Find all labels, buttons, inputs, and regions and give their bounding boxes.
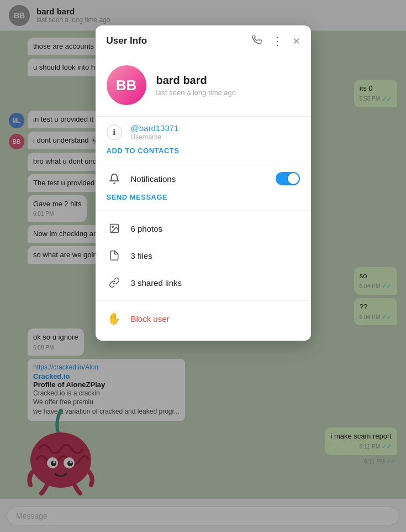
panel-icons: ⋮ ✕ [252, 34, 300, 48]
bell-icon [107, 171, 122, 186]
block-user-button[interactable]: ✋ Block user [107, 305, 300, 332]
add-to-contacts-button[interactable]: ADD TO CONTACTS [107, 147, 300, 155]
info-section: ℹ @bard13371 Username ADD TO CONTACTS [96, 117, 311, 164]
photos-row[interactable]: 6 photos [107, 215, 300, 242]
shared-links-label: 3 shared links [131, 278, 182, 288]
notifications-label: Notifications [131, 174, 267, 184]
profile-info: bard bard last seen a long time ago [156, 74, 236, 97]
profile-avatar: BB [107, 65, 146, 105]
info-icon: ℹ [107, 124, 122, 140]
profile-name: bard bard [156, 74, 236, 87]
files-icon [107, 248, 122, 263]
block-label: Block user [131, 314, 170, 324]
info-row: ℹ @bard13371 Username [107, 123, 300, 141]
files-row[interactable]: 3 files [107, 242, 300, 269]
notifications-row: Notifications [107, 171, 300, 186]
profile-status: last seen a long time ago [156, 88, 236, 97]
profile-section: BB bard bard last seen a long time ago [96, 56, 311, 117]
info-content: @bard13371 Username [131, 123, 179, 141]
block-section: ✋ Block user [96, 301, 311, 341]
close-icon[interactable]: ✕ [293, 36, 300, 46]
files-label: 3 files [131, 251, 152, 260]
username-label: @bard13371 [131, 123, 179, 133]
photos-label: 6 photos [131, 224, 163, 233]
notifications-toggle[interactable] [276, 172, 300, 185]
links-icon [107, 275, 122, 290]
more-options-icon[interactable]: ⋮ [272, 34, 283, 48]
panel-title: User Info [107, 35, 252, 46]
notifications-section: Notifications SEND MESSAGE [96, 164, 311, 211]
send-message-button[interactable]: SEND MESSAGE [107, 193, 300, 201]
media-section: 6 photos 3 files 3 shared links [96, 211, 311, 301]
toggle-thumb [288, 173, 299, 184]
svg-point-1 [112, 226, 113, 228]
block-icon: ✋ [107, 311, 122, 326]
phone-icon[interactable] [252, 35, 262, 48]
photos-icon [107, 221, 122, 236]
panel-header: User Info ⋮ ✕ [96, 25, 311, 56]
username-sublabel: Username [131, 133, 179, 141]
shared-links-row[interactable]: 3 shared links [107, 269, 300, 296]
user-info-panel: User Info ⋮ ✕ BB bard bard last seen a l… [96, 25, 311, 341]
